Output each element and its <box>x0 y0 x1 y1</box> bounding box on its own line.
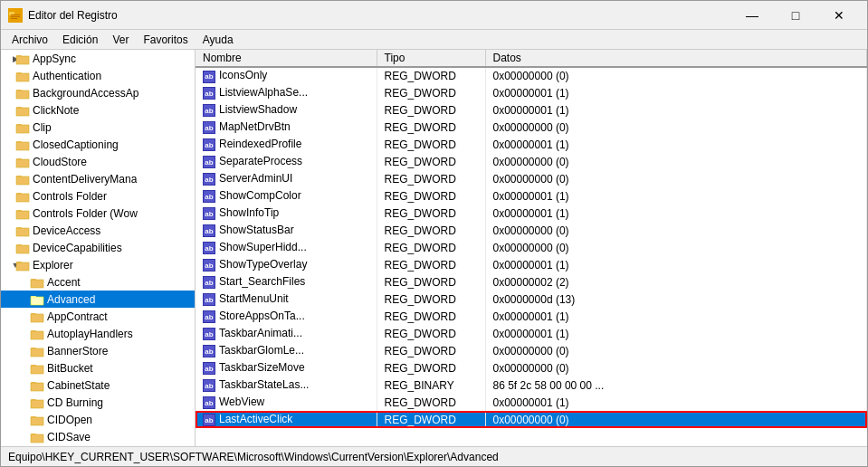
expand-icon-contentdeliverymana[interactable] <box>1 172 15 186</box>
tree-item-bitbucket[interactable]: BitBucket <box>1 359 195 376</box>
tree-item-cidsave[interactable]: CIDSave <box>1 428 195 445</box>
expand-icon-closedcaptioning[interactable] <box>1 138 15 152</box>
reg-type-cell: REG_DWORD <box>377 119 485 136</box>
svg-rect-66 <box>31 399 36 402</box>
table-row[interactable]: abReindexedProfileREG_DWORD0x00000001 (1… <box>196 136 867 153</box>
table-row[interactable]: abMapNetDrvBtnREG_DWORD0x00000000 (0) <box>196 119 867 136</box>
tree-item-cabinetstate[interactable]: CabinetState <box>1 376 195 394</box>
menu-edicion[interactable]: Edición <box>55 32 105 48</box>
tree-item-contentdeliverymana[interactable]: ContentDeliveryMana <box>1 170 195 187</box>
tree-item-backgroundaccessap[interactable]: BackgroundAccessAp <box>1 84 195 101</box>
tree-label-bitbucket: BitBucket <box>47 362 93 375</box>
expand-icon-backgroundaccessap[interactable] <box>1 86 15 100</box>
expand-icon-controlsfolder[interactable] <box>1 189 15 204</box>
menu-archivo[interactable]: Archivo <box>5 32 55 48</box>
tree-item-accent[interactable]: Accent <box>1 273 195 291</box>
tree-item-cidopen[interactable]: CIDOpen <box>1 411 195 428</box>
tree-item-appsync[interactable]: ▶ AppSync <box>1 50 195 67</box>
table-row[interactable]: abIconsOnlyREG_DWORD0x00000000 (0) <box>196 67 867 84</box>
tree-item-explorer[interactable]: ▼ Explorer <box>1 256 195 273</box>
tree-label-closedcaptioning: ClosedCaptioning <box>33 138 119 151</box>
expand-icon-clicknote[interactable] <box>1 103 15 118</box>
expand-icon-bannerstore[interactable] <box>1 344 30 358</box>
folder-icon-closedcaptioning <box>15 138 30 151</box>
reg-name-cell: abListviewAlphaSe... <box>196 84 377 101</box>
table-row[interactable]: abLastActiveClickREG_DWORD0x00000000 (0) <box>196 411 867 428</box>
tree-item-advanced[interactable]: Advanced <box>1 291 195 308</box>
tree-item-controlsfolderw[interactable]: Controls Folder (Wow <box>1 205 195 222</box>
svg-rect-36 <box>16 227 22 230</box>
expand-icon-cabinetstate[interactable] <box>1 378 30 393</box>
reg-icon: ab <box>203 71 215 83</box>
table-row[interactable]: abStartMenuUnitREG_DWORD0x0000000d (13) <box>196 291 867 308</box>
expand-icon-deviceaccess[interactable] <box>1 224 15 238</box>
table-row[interactable]: abShowInfoTipREG_DWORD0x00000001 (1) <box>196 205 867 222</box>
reg-name-cell: abShowTypeOverlay <box>196 256 377 273</box>
tree-item-bannerstore[interactable]: BannerStore <box>1 342 195 359</box>
table-row[interactable]: abListviewAlphaSe...REG_DWORD0x00000001 … <box>196 84 867 101</box>
table-row[interactable]: abTaskbarGlomLe...REG_DWORD0x00000000 (0… <box>196 342 867 359</box>
tree-item-cdburning[interactable]: CD Burning <box>1 394 195 411</box>
tree-item-authentication[interactable]: Authentication <box>1 67 195 84</box>
expand-icon-cloudstore[interactable] <box>1 155 15 169</box>
menu-bar: Archivo Edición Ver Favoritos Ayuda <box>1 30 867 50</box>
folder-icon-appsync <box>15 52 30 65</box>
expand-icon-cdburning[interactable] <box>1 396 30 410</box>
tree-item-clicknote[interactable]: ClickNote <box>1 101 195 119</box>
tree-item-closedcaptioning[interactable]: ClosedCaptioning <box>1 136 195 153</box>
folder-icon-appcontract <box>30 310 44 323</box>
expand-icon-clip[interactable] <box>1 120 15 135</box>
close-button[interactable]: ✕ <box>818 1 860 30</box>
expand-icon-autoplayhandlers[interactable] <box>1 327 30 341</box>
tree-item-deviceaccess[interactable]: DeviceAccess <box>1 222 195 239</box>
menu-favoritos[interactable]: Favoritos <box>136 32 195 48</box>
menu-ver[interactable]: Ver <box>105 32 136 48</box>
svg-rect-57 <box>31 348 36 350</box>
table-row[interactable]: abTaskbarStateLas...REG_BINARY86 5f 2c 5… <box>196 376 867 394</box>
expand-icon-cidsave[interactable] <box>1 430 30 444</box>
table-row[interactable]: abStoreAppsOnTa...REG_DWORD0x00000001 (1… <box>196 308 867 325</box>
expand-icon-appsync[interactable]: ▶ <box>1 52 15 66</box>
table-row[interactable]: abStart_SearchFilesREG_DWORD0x00000002 (… <box>196 273 867 291</box>
table-row[interactable]: abShowStatusBarREG_DWORD0x00000000 (0) <box>196 222 867 239</box>
table-row[interactable]: abSeparateProcessREG_DWORD0x00000000 (0) <box>196 153 867 170</box>
tree-item-appcontract[interactable]: AppContract <box>1 308 195 325</box>
tree-item-clip[interactable]: Clip <box>1 119 195 136</box>
tree-label-appcontract: AppContract <box>47 310 108 323</box>
expand-icon-advanced[interactable] <box>1 292 30 307</box>
tree-item-controlsfolder[interactable]: Controls Folder <box>1 187 195 205</box>
table-row[interactable]: abTaskbarSizeMoveREG_DWORD0x00000000 (0) <box>196 359 867 376</box>
table-row[interactable]: abTaskbarAnimati...REG_DWORD0x00000001 (… <box>196 325 867 342</box>
reg-name-cell: abSeparateProcess <box>196 153 377 170</box>
table-row[interactable]: abShowSuperHidd...REG_DWORD0x00000000 (0… <box>196 239 867 256</box>
svg-rect-33 <box>16 210 22 213</box>
reg-data-cell: 0x00000001 (1) <box>485 101 867 119</box>
expand-icon-controlsfolderw[interactable] <box>1 206 15 221</box>
reg-type-cell: REG_DWORD <box>377 170 485 187</box>
table-row[interactable]: abShowTypeOverlayREG_DWORD0x00000001 (1) <box>196 256 867 273</box>
expand-icon-authentication[interactable] <box>1 69 15 83</box>
tree-panel[interactable]: ▶ AppSync Authentication BackgroundAcces… <box>1 50 196 446</box>
tree-item-autoplayhandlers[interactable]: AutoplayHandlers <box>1 325 195 342</box>
minimize-button[interactable]: — <box>731 1 773 30</box>
table-row[interactable]: abListviewShadowREG_DWORD0x00000001 (1) <box>196 101 867 119</box>
expand-icon-devicecapabilities[interactable] <box>1 241 15 255</box>
expand-icon-cidopen[interactable] <box>1 413 30 427</box>
table-row[interactable]: abShowCompColorREG_DWORD0x00000001 (1) <box>196 187 867 205</box>
reg-data-cell: 0x00000001 (1) <box>485 394 867 411</box>
table-row[interactable]: abServerAdminUIREG_DWORD0x00000000 (0) <box>196 170 867 187</box>
expand-icon-appcontract[interactable] <box>1 310 30 324</box>
menu-ayuda[interactable]: Ayuda <box>196 32 241 48</box>
tree-item-cloudstore[interactable]: CloudStore <box>1 153 195 170</box>
registry-table[interactable]: Nombre Tipo Datos abIconsOnlyREG_DWORD0x… <box>196 50 867 446</box>
expand-icon-explorer[interactable]: ▼ <box>1 258 15 272</box>
expand-icon-accent[interactable] <box>1 275 30 290</box>
table-row[interactable]: abWebViewREG_DWORD0x00000001 (1) <box>196 394 867 411</box>
maximize-button[interactable]: □ <box>775 1 816 30</box>
expand-icon-bitbucket[interactable] <box>1 361 30 376</box>
folder-icon-controlsfolder <box>15 190 30 203</box>
tree-item-devicecapabilities[interactable]: DeviceCapabilities <box>1 239 195 256</box>
svg-rect-54 <box>31 330 36 333</box>
tree-label-cidsave: CIDSave <box>47 431 91 443</box>
reg-data-cell: 0x00000001 (1) <box>485 325 867 342</box>
